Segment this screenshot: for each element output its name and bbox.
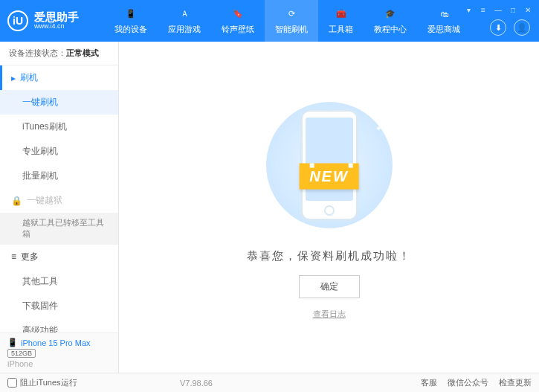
dropdown-icon[interactable]: ≡ xyxy=(478,4,488,15)
device-info[interactable]: 📱iPhone 15 Pro Max 512GB iPhone xyxy=(0,332,118,373)
logo-area: iU 爱思助手 www.i4.cn xyxy=(7,10,104,31)
success-illustration: NEW ✦ ✦ ✦ xyxy=(259,94,400,236)
sidebar-item-advanced[interactable]: 高级功能 xyxy=(0,318,118,332)
tab-flash[interactable]: ⟳智能刷机 xyxy=(265,0,318,42)
header: iU 爱思助手 www.i4.cn 📱我的设备 Ａ应用游戏 🔖铃声壁纸 ⟳智能刷… xyxy=(0,0,539,42)
tutorial-icon: 🎓 xyxy=(384,7,397,21)
sparkle-icon: ✦ xyxy=(281,109,287,118)
sidebar-item-itunes[interactable]: iTunes刷机 xyxy=(0,115,118,139)
minimize-icon[interactable]: — xyxy=(493,4,503,15)
app-title: 爱思助手 xyxy=(34,11,79,24)
ringtone-icon: 🔖 xyxy=(231,7,245,21)
tab-apps[interactable]: Ａ应用游戏 xyxy=(158,0,211,42)
toolbox-icon: 🧰 xyxy=(335,7,348,21)
flash-group-icon: ▸ xyxy=(11,73,16,83)
close-icon[interactable]: ✕ xyxy=(523,4,533,15)
sidebar-group-jailbreak: 🔒 一键越狱 xyxy=(0,188,118,213)
lock-icon: 🔒 xyxy=(11,196,22,206)
footer-service[interactable]: 客服 xyxy=(421,377,437,388)
storage-badge: 512GB xyxy=(7,349,36,358)
app-url: www.i4.cn xyxy=(34,23,79,30)
ok-button[interactable]: 确定 xyxy=(299,275,360,298)
main-content: NEW ✦ ✦ ✦ 恭喜您，保资料刷机成功啦！ 确定 查看日志 xyxy=(119,42,539,373)
footer: 阻止iTunes运行 V7.98.66 客服 微信公众号 检查更新 xyxy=(0,373,539,392)
logo-icon: iU xyxy=(7,10,28,31)
success-message: 恭喜您，保资料刷机成功啦！ xyxy=(247,249,411,263)
footer-wechat[interactable]: 微信公众号 xyxy=(448,377,488,388)
more-icon: ≡ xyxy=(11,251,16,262)
sparkle-icon: ✦ xyxy=(375,124,381,132)
sparkle-icon: ✦ xyxy=(277,205,283,213)
download-button[interactable]: ⬇ xyxy=(490,19,506,36)
tab-toolbox[interactable]: 🧰工具箱 xyxy=(318,0,364,42)
footer-update[interactable]: 检查更新 xyxy=(499,377,532,388)
nav-tabs: 📱我的设备 Ａ应用游戏 🔖铃声壁纸 ⟳智能刷机 🧰工具箱 🎓教程中心 🛍爱思商城 xyxy=(104,0,471,42)
sidebar-group-more[interactable]: ≡ 更多 xyxy=(0,245,118,269)
apps-icon: Ａ xyxy=(178,7,191,21)
window-controls: ▾ ≡ — □ ✕ xyxy=(463,4,533,15)
new-ribbon: NEW xyxy=(299,164,359,190)
sidebar-item-batch[interactable]: 批量刷机 xyxy=(0,164,118,188)
connection-status: 设备连接状态：正常模式 xyxy=(0,42,118,65)
flash-icon: ⟳ xyxy=(285,7,298,21)
sidebar-item-one-click[interactable]: 一键刷机 xyxy=(0,90,118,115)
block-itunes-checkbox[interactable]: 阻止iTunes运行 xyxy=(7,377,77,388)
sidebar: 设备连接状态：正常模式 ▸ 刷机 一键刷机 iTunes刷机 专业刷机 批量刷机… xyxy=(0,42,119,373)
device-icon: 📱 xyxy=(124,7,138,21)
tab-ringtones[interactable]: 🔖铃声壁纸 xyxy=(211,0,265,42)
tab-tutorials[interactable]: 🎓教程中心 xyxy=(364,0,417,42)
view-log-link[interactable]: 查看日志 xyxy=(313,309,346,320)
version-label: V7.98.66 xyxy=(180,379,213,388)
device-type: iPhone xyxy=(7,359,111,368)
sidebar-item-pro[interactable]: 专业刷机 xyxy=(0,139,118,164)
jailbreak-note: 越狱工具已转移至工具箱 xyxy=(0,213,118,245)
tab-my-device[interactable]: 📱我的设备 xyxy=(104,0,158,42)
store-icon: 🛍 xyxy=(437,7,451,21)
sidebar-item-download-fw[interactable]: 下载固件 xyxy=(0,294,118,318)
sidebar-group-flash[interactable]: ▸ 刷机 xyxy=(0,65,118,90)
user-button[interactable]: 👤 xyxy=(514,19,530,36)
maximize-icon[interactable]: □ xyxy=(508,4,518,15)
phone-icon: 📱 xyxy=(7,338,18,347)
menu-icon[interactable]: ▾ xyxy=(463,4,474,15)
sidebar-item-other-tools[interactable]: 其他工具 xyxy=(0,269,118,294)
